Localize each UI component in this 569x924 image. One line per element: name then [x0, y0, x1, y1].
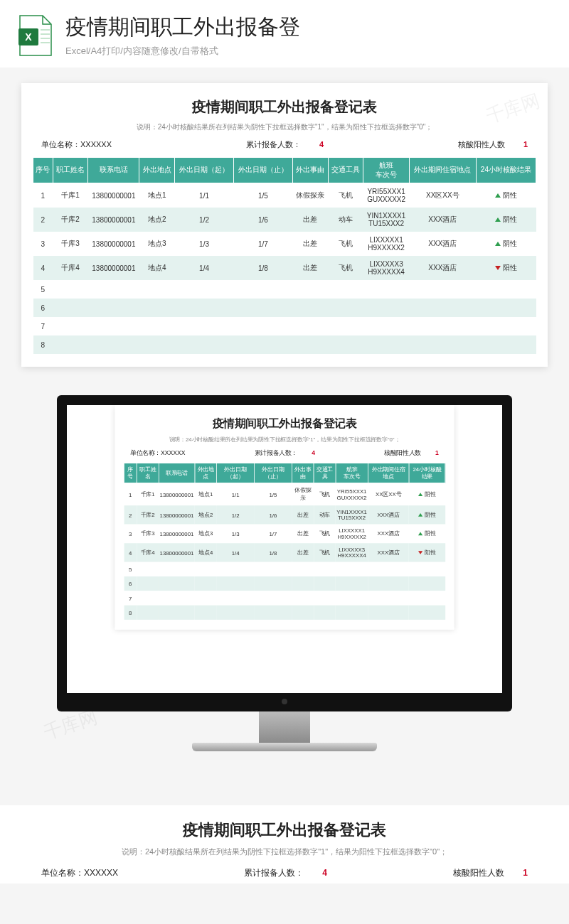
table-row: 4千库413800000001地点41/41/8出差飞机LIXXXXX3H9XX…	[33, 256, 536, 280]
table-row: 3千库313800000001地点31/31/7出差飞机LIXXXXX1H9XX…	[124, 525, 445, 544]
count-value: 4	[319, 140, 324, 149]
excel-file-icon: X	[17, 14, 54, 57]
triangle-up-icon	[418, 513, 422, 517]
column-header: 外出期间住宿地点	[409, 158, 476, 183]
column-header: 外出事由	[292, 158, 328, 183]
table-row: 5	[124, 562, 445, 576]
column-header: 24小时核酸结果	[476, 158, 536, 183]
result-cell[interactable]: 阴性	[476, 208, 536, 232]
column-header: 序号	[124, 463, 137, 483]
summary-row: 单位名称：XXXXXX 累计报备人数：4 核酸阳性人数1	[33, 139, 536, 157]
column-header: 联系电话	[88, 158, 139, 183]
sheet-note: 说明：24小时核酸结果所在列结果为阴性下拉框选择数字"1"，结果为阳性下拉框选择…	[21, 847, 548, 857]
count-label: 累计报备人数：	[246, 140, 301, 149]
table-row: 6	[124, 576, 445, 591]
table-row: 8	[124, 606, 445, 620]
sheet-note: 说明：24小时核酸结果所在列结果为阴性下拉框选择数字"1"，结果为阳性下拉框选择…	[124, 436, 445, 444]
column-header: 外出日期（起）	[217, 463, 255, 483]
column-header: 外出事由	[292, 463, 314, 483]
table-row: 1千库113800000001地点11/11/5休假探亲飞机YRI55XXX1G…	[124, 483, 445, 506]
result-cell[interactable]: 阴性	[476, 183, 536, 208]
column-header: 交通工具	[328, 158, 363, 183]
data-table: 序号职工姓名联系电话外出地点外出日期（起）外出日期（止）外出事由交通工具航班车次…	[33, 157, 536, 354]
column-header: 外出日期（起）	[175, 158, 234, 183]
table-row: 3千库313800000001地点31/31/7出差飞机LIXXXXX1H9XX…	[33, 232, 536, 256]
result-cell[interactable]: 阴性	[409, 525, 445, 544]
table-row: 2千库213800000001地点21/21/6出差动车YIN1XXXX1TU1…	[33, 208, 536, 232]
page-title: 疫情期间职工外出报备登	[65, 13, 300, 42]
hero-header: X 疫情期间职工外出报备登 Excel/A4打印/内容随意修改/自带格式	[0, 0, 569, 68]
unit-value: XXXXXX	[80, 140, 112, 149]
table-row: 2千库213800000001地点21/21/6出差动车YIN1XXXX1TU1…	[124, 505, 445, 525]
column-header: 外出地点	[139, 158, 175, 183]
sheet-note: 说明：24小时核酸结果所在列结果为阴性下拉框选择数字"1"，结果为阳性下拉框选择…	[33, 122, 536, 132]
sheet-title: 疫情期间职工外出报备登记表	[21, 820, 548, 841]
spreadsheet-preview: 疫情期间职工外出报备登记表 说明：24小时核酸结果所在列结果为阴性下拉框选择数字…	[21, 83, 548, 367]
sheet-title: 疫情期间职工外出报备登记表	[33, 97, 536, 117]
column-header: 交通工具	[314, 463, 336, 483]
bottom-strip-preview: 疫情期间职工外出报备登记表 说明：24小时核酸结果所在列结果为阴性下拉框选择数字…	[0, 805, 569, 883]
positive-label: 核酸阳性人数	[458, 140, 505, 149]
table-row: 5	[33, 280, 536, 299]
table-row: 7	[33, 317, 536, 335]
column-header: 航班车次号	[363, 158, 410, 183]
svg-text:X: X	[25, 31, 32, 43]
table-row: 7	[124, 591, 445, 605]
column-header: 外出地点	[195, 463, 217, 483]
triangle-down-icon	[418, 551, 422, 554]
page-subtitle: Excel/A4打印/内容随意修改/自带格式	[65, 45, 300, 58]
sheet-title: 疫情期间职工外出报备登记表	[124, 417, 445, 431]
column-header: 联系电话	[159, 463, 195, 483]
triangle-up-icon	[495, 193, 501, 198]
table-row: 8	[33, 335, 536, 354]
column-header: 职工姓名	[137, 463, 159, 483]
result-cell[interactable]: 阴性	[409, 483, 445, 506]
column-header: 外出日期（止）	[233, 158, 292, 183]
triangle-up-icon	[495, 217, 501, 222]
triangle-down-icon	[495, 266, 501, 270]
column-header: 外出期间住宿地点	[368, 463, 409, 483]
monitor-mockup: 疫情期间职工外出报备登记表 说明：24小时核酸结果所在列结果为阴性下拉框选择数字…	[21, 395, 548, 751]
result-cell[interactable]: 阳性	[409, 543, 445, 562]
triangle-up-icon	[418, 493, 422, 497]
column-header: 职工姓名	[53, 158, 88, 183]
table-row: 1千库113800000001地点11/11/5休假探亲飞机YRI55XXX1G…	[33, 183, 536, 208]
column-header: 24小时核酸结果	[409, 463, 445, 483]
column-header: 航班车次号	[336, 463, 368, 483]
result-cell[interactable]: 阴性	[476, 232, 536, 256]
triangle-up-icon	[495, 242, 501, 246]
result-cell[interactable]: 阳性	[476, 256, 536, 280]
preview-area: 千库网 千库网 疫情期间职工外出报备登记表 说明：24小时核酸结果所在列结果为阴…	[0, 68, 569, 780]
table-row: 6	[33, 299, 536, 317]
column-header: 序号	[33, 158, 53, 183]
positive-value: 1	[523, 140, 528, 149]
unit-label: 单位名称：	[41, 140, 80, 149]
triangle-up-icon	[418, 532, 422, 536]
table-row: 4千库413800000001地点41/41/8出差飞机LIXXXXX3H9XX…	[124, 543, 445, 562]
result-cell[interactable]: 阴性	[409, 505, 445, 525]
column-header: 外出日期（止）	[254, 463, 292, 483]
